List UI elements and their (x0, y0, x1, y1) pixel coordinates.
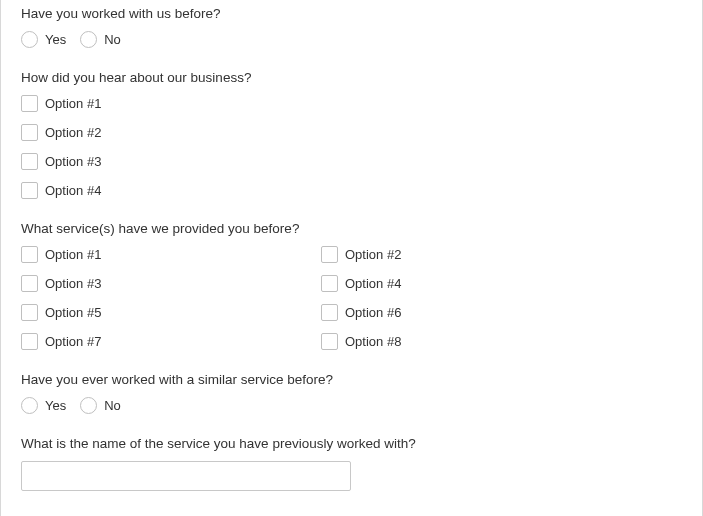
checkbox-icon (21, 153, 38, 170)
checkbox-option[interactable]: Option #5 (21, 304, 321, 321)
radio-label: Yes (45, 398, 66, 413)
checkbox-label: Option #8 (345, 334, 401, 349)
checkbox-icon (321, 246, 338, 263)
checkbox-option[interactable]: Option #4 (321, 275, 682, 292)
checkbox-label: Option #3 (45, 154, 101, 169)
checkbox-label: Option #1 (45, 96, 101, 111)
checkbox-option[interactable]: Option #4 (21, 182, 682, 199)
checkbox-label: Option #2 (45, 125, 101, 140)
checkbox-label: Option #3 (45, 276, 101, 291)
question-label: What service(s) have we provided you bef… (21, 221, 682, 236)
radio-label: No (104, 32, 121, 47)
checkbox-label: Option #2 (345, 247, 401, 262)
checkbox-label: Option #5 (45, 305, 101, 320)
checkbox-icon (321, 304, 338, 321)
checkbox-label: Option #4 (45, 183, 101, 198)
radio-label: No (104, 398, 121, 413)
checkbox-option[interactable]: Option #6 (321, 304, 682, 321)
question-services-provided: What service(s) have we provided you bef… (21, 221, 682, 350)
radio-option-yes[interactable]: Yes (21, 31, 66, 48)
checkbox-option[interactable]: Option #2 (321, 246, 682, 263)
radio-option-no[interactable]: No (80, 31, 121, 48)
checkbox-icon (321, 333, 338, 350)
question-service-name: What is the name of the service you have… (21, 436, 682, 491)
checkbox-label: Option #1 (45, 247, 101, 262)
question-worked-before: Have you worked with us before? Yes No (21, 6, 682, 48)
checkbox-grid: Option #1 Option #2 Option #3 Option #4 … (21, 246, 682, 350)
checkbox-icon (21, 333, 38, 350)
radio-icon (21, 397, 38, 414)
checkbox-group: Option #1 Option #2 Option #3 Option #4 (21, 95, 682, 199)
radio-label: Yes (45, 32, 66, 47)
checkbox-option[interactable]: Option #3 (21, 275, 321, 292)
checkbox-option[interactable]: Option #2 (21, 124, 682, 141)
checkbox-icon (21, 95, 38, 112)
question-label: Have you worked with us before? (21, 6, 682, 21)
checkbox-option[interactable]: Option #7 (21, 333, 321, 350)
radio-icon (80, 31, 97, 48)
checkbox-icon (21, 304, 38, 321)
question-hear-about: How did you hear about our business? Opt… (21, 70, 682, 199)
radio-option-yes[interactable]: Yes (21, 397, 66, 414)
service-name-input[interactable] (21, 461, 351, 491)
radio-group: Yes No (21, 31, 682, 48)
checkbox-icon (21, 275, 38, 292)
checkbox-option[interactable]: Option #1 (21, 95, 682, 112)
radio-option-no[interactable]: No (80, 397, 121, 414)
checkbox-option[interactable]: Option #1 (21, 246, 321, 263)
checkbox-option[interactable]: Option #3 (21, 153, 682, 170)
question-label: What is the name of the service you have… (21, 436, 682, 451)
radio-icon (21, 31, 38, 48)
checkbox-label: Option #6 (345, 305, 401, 320)
question-label: Have you ever worked with a similar serv… (21, 372, 682, 387)
checkbox-icon (21, 124, 38, 141)
question-label: How did you hear about our business? (21, 70, 682, 85)
checkbox-option[interactable]: Option #8 (321, 333, 682, 350)
checkbox-label: Option #4 (345, 276, 401, 291)
checkbox-icon (321, 275, 338, 292)
checkbox-label: Option #7 (45, 334, 101, 349)
checkbox-icon (21, 246, 38, 263)
checkbox-icon (21, 182, 38, 199)
radio-icon (80, 397, 97, 414)
question-similar-service: Have you ever worked with a similar serv… (21, 372, 682, 414)
radio-group: Yes No (21, 397, 682, 414)
form-panel: Have you worked with us before? Yes No H… (0, 0, 703, 516)
